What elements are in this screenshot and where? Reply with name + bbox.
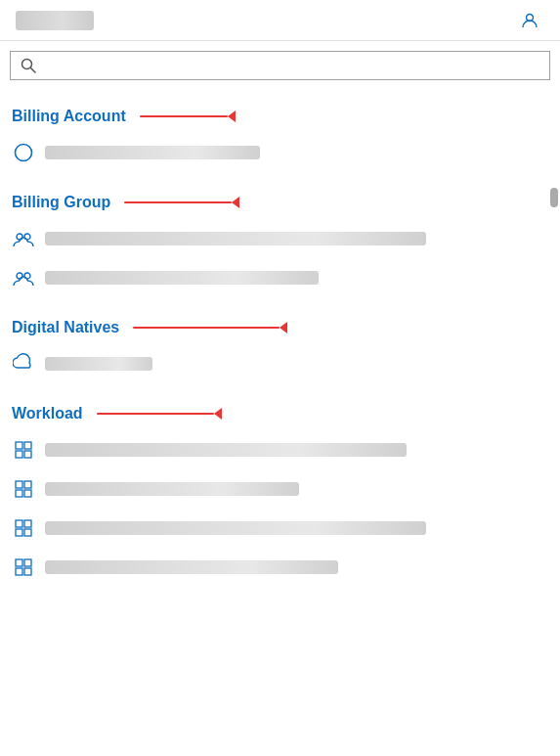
list-item-billing-group-1[interactable] (12, 258, 548, 297)
svg-rect-9 (24, 442, 31, 449)
list-item-billing-group-0[interactable] (12, 219, 548, 258)
section-heading-workload: Workload (12, 405, 548, 422)
svg-rect-22 (16, 568, 22, 575)
svg-rect-16 (16, 520, 22, 527)
svg-rect-23 (24, 568, 31, 575)
svg-rect-21 (24, 559, 31, 566)
section-heading-billing-account: Billing Account (12, 108, 548, 125)
svg-rect-13 (24, 481, 31, 488)
stack-icon (13, 517, 34, 539)
svg-rect-10 (16, 451, 22, 458)
svg-rect-8 (16, 442, 22, 449)
feedback-button[interactable] (521, 12, 544, 29)
svg-rect-17 (24, 520, 31, 527)
svg-line-2 (31, 68, 36, 73)
item-bar-workload-2 (45, 521, 426, 535)
content-area: Billing Account Billing Group Digital Na… (0, 90, 560, 606)
stack-icon (12, 516, 35, 540)
svg-rect-18 (16, 529, 22, 536)
search-input[interactable] (44, 58, 532, 73)
arrow-annotation-digital-natives (133, 322, 287, 334)
group-icon (12, 266, 35, 289)
circle-icon (13, 142, 34, 163)
section-title-digital-natives: Digital Natives (12, 319, 119, 336)
section-title-billing-group: Billing Group (12, 194, 110, 211)
item-bar-billing-account-0 (45, 146, 260, 159)
svg-rect-14 (16, 490, 22, 497)
item-bar-billing-group-0 (45, 232, 426, 245)
circle-icon (12, 141, 35, 164)
cloud-icon (12, 352, 35, 376)
section-title-workload: Workload (12, 405, 83, 422)
svg-point-3 (16, 145, 32, 161)
stack-icon (13, 439, 34, 461)
list-item-digital-natives-0[interactable] (12, 344, 548, 383)
arrow-annotation-billing-account (140, 111, 236, 122)
svg-rect-19 (24, 529, 31, 536)
list-item-workload-2[interactable] (12, 509, 548, 548)
list-item-workload-1[interactable] (12, 469, 548, 509)
stack-icon (13, 556, 34, 578)
cloud-icon (13, 353, 34, 375)
arrow-annotation-workload (97, 408, 222, 420)
svg-rect-12 (16, 481, 22, 488)
stack-icon (12, 438, 35, 462)
list-item-billing-account-0[interactable] (12, 133, 548, 172)
item-bar-digital-natives-0 (45, 357, 152, 371)
search-icon (21, 58, 36, 73)
group-icon (13, 267, 34, 289)
svg-rect-20 (16, 559, 22, 566)
section-heading-digital-natives: Digital Natives (12, 319, 548, 336)
item-bar-billing-group-1 (45, 271, 319, 285)
stack-icon (12, 556, 35, 579)
list-item-workload-0[interactable] (12, 430, 548, 469)
item-bar-workload-3 (45, 560, 338, 574)
section-title-billing-account: Billing Account (12, 108, 126, 125)
svg-rect-15 (24, 490, 31, 497)
search-bar[interactable] (10, 51, 550, 80)
item-bar-workload-0 (45, 443, 407, 457)
arrow-annotation-billing-group (124, 197, 239, 208)
list-item-workload-3[interactable] (12, 548, 548, 587)
stack-icon (12, 477, 35, 501)
item-bar-workload-1 (45, 482, 299, 496)
person-feedback-icon (521, 12, 538, 29)
header (0, 0, 560, 41)
section-heading-billing-group: Billing Group (12, 194, 548, 211)
stack-icon (13, 478, 34, 500)
group-icon (13, 228, 34, 249)
header-logo (16, 11, 94, 30)
svg-rect-11 (24, 451, 31, 458)
group-icon (12, 227, 35, 250)
